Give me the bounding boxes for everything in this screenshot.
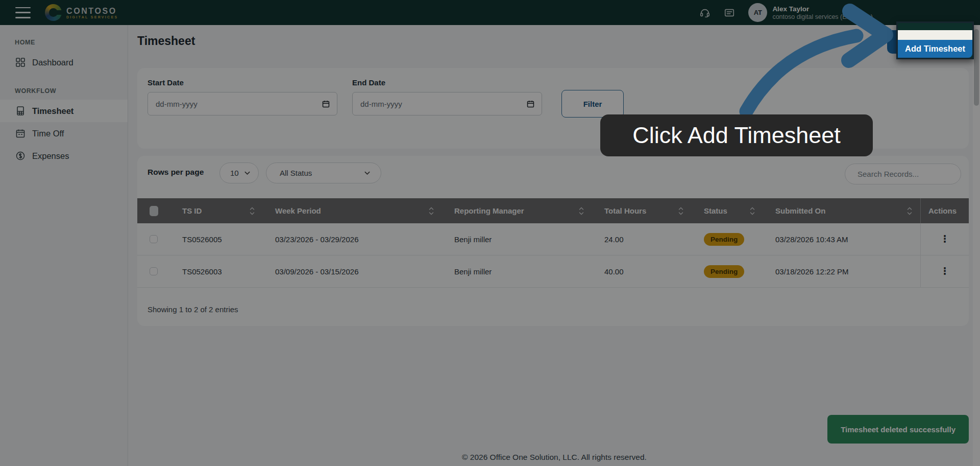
callout-background-strip bbox=[898, 30, 972, 40]
annotation-arrow bbox=[725, 5, 919, 123]
annotation-magnified-callout: Add Timesheet bbox=[896, 21, 974, 59]
callout-header-strip bbox=[898, 23, 972, 30]
annotation-tooltip: Click Add Timesheet bbox=[600, 114, 873, 156]
callout-add-timesheet-button: Add Timesheet bbox=[898, 40, 972, 58]
